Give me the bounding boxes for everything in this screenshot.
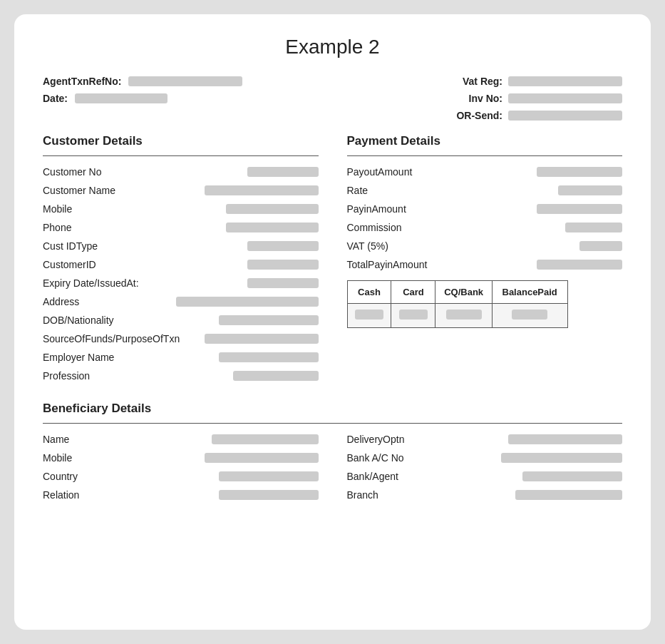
bene-country-value [150, 471, 319, 481]
vat-row: Vat Reg: [463, 76, 622, 87]
expiry-value [150, 278, 319, 288]
bene-mobile-value [150, 453, 319, 463]
date-value [75, 93, 167, 103]
page-title: Example 2 [43, 36, 622, 58]
customer-name-bar [205, 185, 319, 195]
profession-row: Profession [43, 370, 319, 382]
mobile-label: Mobile [43, 203, 150, 215]
cqbank-value-cell [435, 304, 492, 328]
cust-idtype-row: Cust IDType [43, 240, 319, 252]
payin-bar [537, 204, 622, 214]
bank-acno-value [454, 453, 623, 463]
orsend-label: OR-Send: [456, 110, 502, 121]
agent-txn-label: AgentTxnRefNo: [43, 76, 121, 87]
phone-value [150, 223, 319, 232]
inv-label: Inv No: [469, 93, 502, 104]
bank-agent-bar [522, 471, 622, 481]
bank-acno-row: Bank A/C No [347, 452, 623, 464]
beneficiary-title: Beneficiary Details [43, 402, 622, 416]
bene-name-label: Name [43, 434, 150, 445]
commission-bar [565, 223, 622, 232]
employer-row: Employer Name [43, 352, 319, 363]
payment-table-value-row [347, 304, 567, 328]
total-payin-value [454, 260, 623, 270]
address-value [150, 297, 319, 307]
branch-bar [515, 490, 622, 500]
customer-no-bar [247, 167, 319, 177]
customerid-row: CustomerID [43, 259, 319, 270]
bank-acno-bar [501, 453, 622, 463]
inv-row: Inv No: [469, 93, 622, 104]
vat-label: Vat Reg: [463, 76, 502, 87]
mobile-row: Mobile [43, 203, 319, 215]
col-balance: BalancePaid [492, 281, 567, 304]
col-cqbank: CQ/Bank [435, 281, 492, 304]
customer-divider [43, 155, 319, 156]
balance-value-cell [492, 304, 567, 328]
commission-value [454, 223, 623, 232]
customer-name-label: Customer Name [43, 185, 150, 196]
bene-relation-value [150, 490, 319, 500]
bene-name-value [150, 434, 319, 444]
dob-bar [219, 315, 319, 325]
customer-no-value [150, 167, 319, 177]
bene-mobile-row: Mobile [43, 452, 319, 464]
branch-value [454, 490, 623, 500]
rate-bar [558, 185, 622, 195]
beneficiary-divider [43, 423, 622, 424]
bank-agent-label: Bank/Agent [347, 471, 454, 482]
beneficiary-two-col: Name Mobile Country Relation D [43, 434, 622, 508]
vat-pct-bar [579, 241, 622, 251]
cust-idtype-bar [247, 241, 319, 251]
date-label: Date: [43, 93, 68, 104]
payment-grid: Cash Card CQ/Bank BalancePaid [347, 280, 623, 328]
payment-divider [347, 155, 623, 156]
bene-name-row: Name [43, 434, 319, 445]
page-container: Example 2 AgentTxnRefNo: Date: Vat Reg: … [14, 14, 651, 630]
cust-idtype-label: Cust IDType [43, 240, 150, 252]
vat-pct-row: VAT (5%) [347, 240, 623, 252]
beneficiary-section: Beneficiary Details Name Mobile Country … [43, 402, 622, 508]
payment-table: Cash Card CQ/Bank BalancePaid [347, 280, 568, 328]
payment-table-header-row: Cash Card CQ/Bank BalancePaid [347, 281, 567, 304]
phone-bar [226, 223, 319, 232]
bene-name-bar [212, 434, 319, 444]
expiry-bar [247, 278, 319, 288]
bene-mobile-bar [205, 453, 319, 463]
total-payin-label: TotalPayinAmount [347, 259, 454, 270]
agent-txn-value [128, 76, 242, 86]
payin-row: PayinAmount [347, 203, 623, 215]
bene-country-label: Country [43, 471, 150, 482]
payout-value [454, 167, 623, 177]
beneficiary-left: Name Mobile Country Relation [43, 434, 333, 508]
employer-bar [219, 352, 319, 362]
top-right: Vat Reg: Inv No: OR-Send: [456, 76, 622, 121]
delivery-value [454, 434, 623, 444]
address-row: Address [43, 296, 319, 307]
total-payin-row: TotalPayinAmount [347, 259, 623, 270]
bank-acno-label: Bank A/C No [347, 452, 454, 464]
card-bar [399, 310, 428, 320]
vat-pct-value [454, 241, 623, 251]
address-label: Address [43, 296, 150, 307]
bene-country-row: Country [43, 471, 319, 482]
dob-label: DOB/Nationality [43, 315, 150, 326]
commission-row: Commission [347, 222, 623, 233]
payout-label: PayoutAmount [347, 166, 454, 178]
beneficiary-right: DeliveryOptn Bank A/C No Bank/Agent Bran… [333, 434, 623, 508]
customer-details-col: Customer Details Customer No Customer Na… [43, 134, 333, 389]
branch-label: Branch [347, 489, 454, 501]
rate-row: Rate [347, 185, 623, 196]
customerid-bar [247, 260, 319, 270]
customerid-value [150, 260, 319, 270]
customerid-label: CustomerID [43, 259, 150, 270]
profession-value [150, 371, 319, 381]
orsend-row: OR-Send: [456, 110, 622, 121]
balance-bar [512, 310, 547, 320]
vat-value [508, 76, 622, 86]
payin-label: PayinAmount [347, 203, 454, 215]
employer-value [150, 352, 319, 362]
bene-relation-bar [219, 490, 319, 500]
bene-relation-row: Relation [43, 489, 319, 501]
delivery-row: DeliveryOptn [347, 434, 623, 445]
